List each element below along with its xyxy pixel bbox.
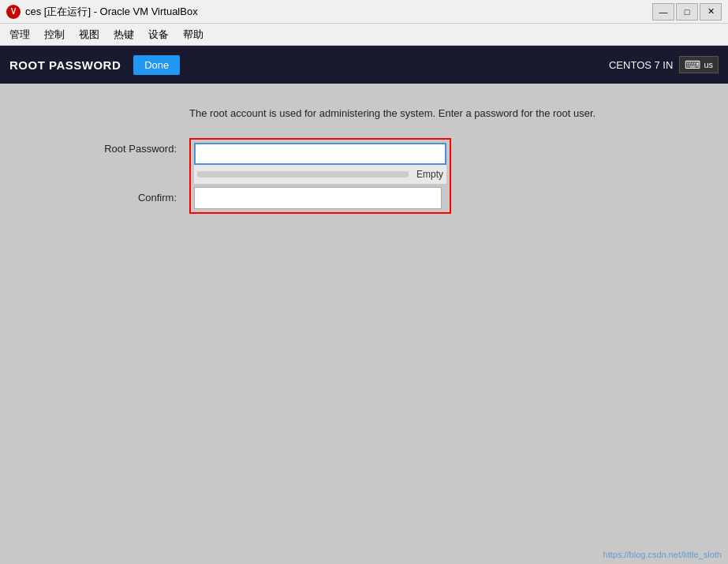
strength-row: Empty — [194, 165, 446, 184]
header-bar: ROOT PASSWORD Done CENTOS 7 IN ⌨ us — [0, 46, 728, 84]
menu-bar: 管理 控制 视图 热键 设备 帮助 — [0, 24, 728, 46]
app-icon: V — [6, 5, 21, 19]
menu-device[interactable]: 设备 — [142, 25, 175, 44]
vm-content: ROOT PASSWORD Done CENTOS 7 IN ⌨ us The … — [0, 46, 728, 564]
root-password-label: Root Password: — [32, 138, 189, 155]
strength-label: Empty — [412, 169, 443, 180]
lang-label: us — [704, 60, 713, 69]
confirm-label: Confirm: — [32, 192, 189, 204]
root-password-input[interactable] — [194, 143, 446, 165]
done-button[interactable]: Done — [133, 55, 180, 75]
strength-bar — [197, 171, 409, 177]
watermark: https://blog.csdn.net/little_sloth — [603, 550, 722, 559]
menu-help[interactable]: 帮助 — [177, 25, 210, 44]
minimize-button[interactable]: — — [652, 3, 674, 21]
keyboard-icon: ⌨ — [685, 58, 700, 71]
language-selector[interactable]: ⌨ us — [679, 56, 719, 73]
page-title: ROOT PASSWORD — [9, 58, 121, 72]
main-area: The root account is used for administeri… — [0, 84, 728, 564]
menu-hotkey[interactable]: 热键 — [107, 25, 140, 44]
header-left: ROOT PASSWORD Done — [9, 55, 180, 75]
close-button[interactable]: ✕ — [700, 3, 722, 21]
title-bar: V ces [正在运行] - Oracle VM VirtualBox — □ … — [0, 0, 728, 24]
description-text: The root account is used for administeri… — [189, 107, 696, 119]
menu-control[interactable]: 控制 — [38, 25, 71, 44]
menu-view[interactable]: 视图 — [73, 25, 106, 44]
confirm-inner-row — [194, 187, 446, 209]
title-bar-left: V ces [正在运行] - Oracle VM VirtualBox — [6, 5, 198, 19]
menu-manage[interactable]: 管理 — [3, 25, 36, 44]
window-controls: — □ ✕ — [652, 3, 722, 21]
header-right: CENTOS 7 IN ⌨ us — [609, 56, 719, 73]
maximize-button[interactable]: □ — [676, 3, 698, 21]
confirm-password-input[interactable] — [194, 187, 442, 209]
window-title: ces [正在运行] - Oracle VM VirtualBox — [25, 5, 198, 19]
centos-label: CENTOS 7 IN — [609, 59, 673, 71]
password-box: Empty — [189, 138, 451, 214]
